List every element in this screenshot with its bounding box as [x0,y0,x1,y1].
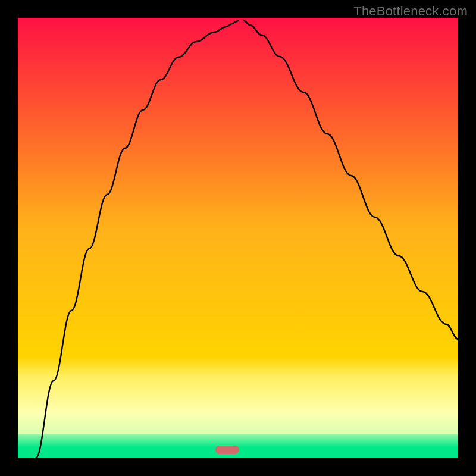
plot-area [18,18,458,458]
gradient-paleband [18,357,458,434]
watermark-text: TheBottleneck.com [353,4,468,19]
gradient-main [18,18,458,357]
chart-frame: TheBottleneck.com [0,0,476,476]
bottleneck-marker [215,446,239,454]
gradient-green [18,434,458,458]
